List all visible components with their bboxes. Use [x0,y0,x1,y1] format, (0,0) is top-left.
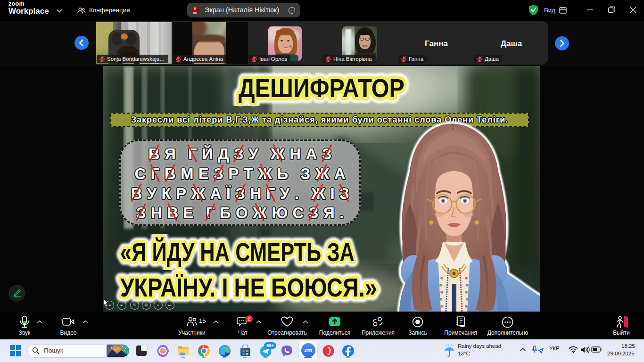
svg-text:«Я ЙДУ НА СМЕРТЬ ЗА: «Я ЙДУ НА СМЕРТЬ ЗА [120,237,355,267]
svg-text:ДЕШИФРАТОР: ДЕШИФРАТОР [239,73,405,103]
svg-text:УКРАЇНУ. І НЕ БОЮСЯ.»: УКРАЇНУ. І НЕ БОЮСЯ.» [120,273,377,302]
